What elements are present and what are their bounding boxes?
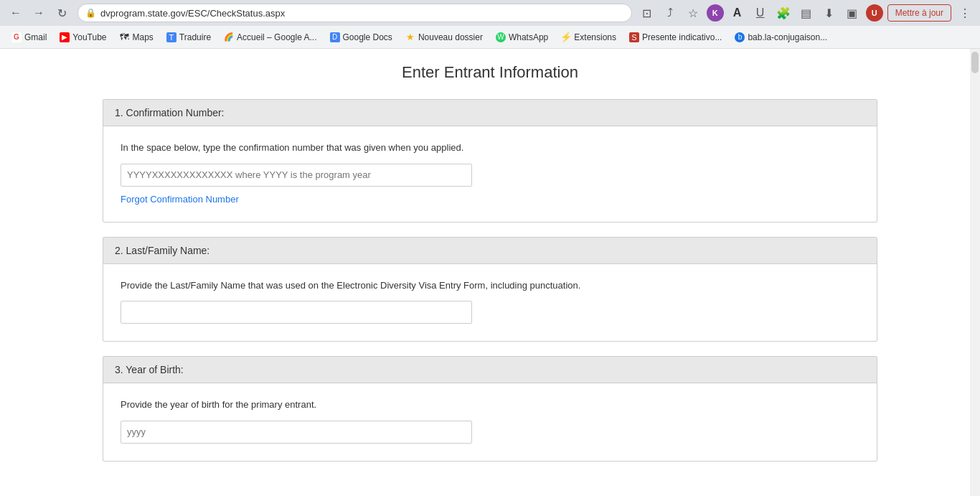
bookmark-label-presenta: Presente indicativo... xyxy=(642,32,722,42)
bookmark-label-google-accueil: Accueil – Google A... xyxy=(237,32,316,42)
cast-icon[interactable]: ▤ xyxy=(797,4,816,22)
traduire-favicon: T xyxy=(166,32,176,42)
confirmation-description: In the space below, type the confirmatio… xyxy=(121,141,859,155)
section-last-family-name: 2. Last/Family Name: Provide the Last/Fa… xyxy=(103,237,877,342)
font-u-icon[interactable]: U xyxy=(751,4,770,22)
font-a-icon[interactable]: A xyxy=(728,4,747,22)
section-header-name: 2. Last/Family Name: xyxy=(103,238,877,264)
user-avatar[interactable]: U xyxy=(866,4,883,22)
bookmark-youtube[interactable]: ▶ YouTube xyxy=(54,30,112,45)
name-description: Provide the Last/Family Name that was us… xyxy=(121,279,859,293)
last-name-input[interactable] xyxy=(121,301,472,324)
lock-icon: 🔒 xyxy=(85,8,96,18)
main-content: Enter Entrant Information 1. Confirmatio… xyxy=(88,49,892,490)
bookmark-label-extensions: Extensions xyxy=(574,32,616,42)
bookmark-maps[interactable]: 🗺 Maps xyxy=(114,30,159,45)
scrollbar[interactable] xyxy=(970,49,980,496)
address-text: dvprogram.state.gov/ESC/CheckStatus.aspx xyxy=(100,8,624,19)
bookmarks-bar: G Gmail ▶ YouTube 🗺 Maps T Traduire 🌈 Ac… xyxy=(0,26,980,49)
update-button[interactable]: Mettre à jour xyxy=(887,4,951,22)
year-of-birth-input[interactable] xyxy=(121,421,472,444)
profile-avatar[interactable]: K xyxy=(707,4,724,22)
page-content: Enter Entrant Information 1. Confirmatio… xyxy=(0,49,980,496)
google-favicon: 🌈 xyxy=(224,32,234,42)
browser-window: ← → ↻ 🔒 dvprogram.state.gov/ESC/CheckSta… xyxy=(0,0,980,496)
presenta-favicon: S xyxy=(629,32,639,42)
bookmark-google-accueil[interactable]: 🌈 Accueil – Google A... xyxy=(218,30,322,45)
title-bar: ← → ↻ 🔒 dvprogram.state.gov/ESC/CheckSta… xyxy=(0,0,980,26)
split-view-icon[interactable]: ▣ xyxy=(843,4,862,22)
scrollbar-thumb[interactable] xyxy=(971,52,979,73)
confirmation-number-input[interactable] xyxy=(121,164,472,187)
birth-description: Provide the year of birth for the primar… xyxy=(121,398,859,412)
menu-icon[interactable]: ⋮ xyxy=(956,4,974,22)
nouveau-favicon: ★ xyxy=(405,32,415,42)
bookmark-bab[interactable]: b bab.la-conjugaison... xyxy=(729,30,833,45)
screenshot-icon[interactable]: ⊡ xyxy=(638,4,656,22)
section-body-birth: Provide the year of birth for the primar… xyxy=(103,383,877,461)
bookmark-traduire[interactable]: T Traduire xyxy=(161,30,217,45)
bookmark-whatsapp[interactable]: W WhatsApp xyxy=(490,30,554,45)
section-body-name: Provide the Last/Family Name that was us… xyxy=(103,264,877,342)
bookmark-label-maps: Maps xyxy=(133,32,154,42)
bookmark-label-traduire: Traduire xyxy=(179,32,211,42)
bab-favicon: b xyxy=(735,32,745,42)
bookmark-star-icon[interactable]: ☆ xyxy=(684,4,702,22)
bookmark-presenta[interactable]: S Presente indicativo... xyxy=(623,30,727,45)
bookmark-extensions[interactable]: ⚡ Extensions xyxy=(555,30,622,45)
forward-button[interactable]: → xyxy=(29,3,49,23)
section-header-confirmation: 1. Confirmation Number: xyxy=(103,100,877,126)
youtube-favicon: ▶ xyxy=(60,32,70,42)
bookmark-label-gmail: Gmail xyxy=(24,32,47,42)
maps-favicon: 🗺 xyxy=(120,32,130,42)
bookmark-label-whatsapp: WhatsApp xyxy=(509,32,548,42)
section-year-of-birth: 3. Year of Birth: Provide the year of bi… xyxy=(103,356,877,462)
forgot-confirmation-link[interactable]: Forgot Confirmation Number xyxy=(121,194,239,205)
refresh-button[interactable]: ↻ xyxy=(52,3,72,23)
bookmark-gmail[interactable]: G Gmail xyxy=(6,30,52,45)
address-bar[interactable]: 🔒 dvprogram.state.gov/ESC/CheckStatus.as… xyxy=(77,4,632,22)
share-icon[interactable]: ⤴ xyxy=(661,4,679,22)
extensions-favicon: ⚡ xyxy=(561,32,571,42)
bookmark-label-bab: bab.la-conjugaison... xyxy=(748,32,827,42)
back-button[interactable]: ← xyxy=(6,3,26,23)
docs-favicon: D xyxy=(330,32,340,42)
bookmark-label-youtube: YouTube xyxy=(72,32,106,42)
bookmark-nouveau-dossier[interactable]: ★ Nouveau dossier xyxy=(400,30,489,45)
bookmark-label-google-docs: Google Docs xyxy=(343,32,392,42)
section-header-birth: 3. Year of Birth: xyxy=(103,357,877,383)
browser-actions: ⊡ ⤴ ☆ K A U 🧩 ▤ ⬇ ▣ U Mettre à jour ⋮ xyxy=(638,4,974,22)
section-body-confirmation: In the space below, type the confirmatio… xyxy=(103,126,877,222)
download-icon[interactable]: ⬇ xyxy=(820,4,839,22)
extensions-icon[interactable]: 🧩 xyxy=(774,4,793,22)
gmail-favicon: G xyxy=(11,32,22,42)
bookmark-google-docs[interactable]: D Google Docs xyxy=(324,30,398,45)
whatsapp-favicon: W xyxy=(496,32,506,42)
nav-buttons: ← → ↻ xyxy=(6,3,72,23)
bookmark-label-nouveau: Nouveau dossier xyxy=(418,32,483,42)
section-confirmation-number: 1. Confirmation Number: In the space bel… xyxy=(103,99,877,223)
page-title: Enter Entrant Information xyxy=(103,63,877,82)
